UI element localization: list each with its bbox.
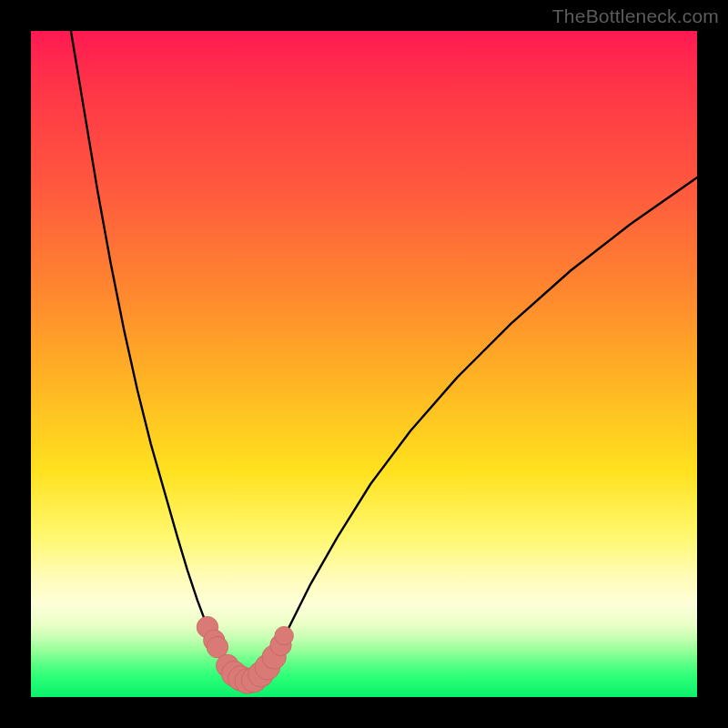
plot-area (31, 31, 697, 697)
curve-markers (197, 616, 293, 693)
chart-frame: TheBottleneck.com (0, 0, 728, 728)
bottleneck-curve (71, 31, 697, 681)
curve-marker (275, 626, 294, 645)
curve-layer (31, 31, 697, 697)
watermark-text: TheBottleneck.com (552, 5, 719, 27)
